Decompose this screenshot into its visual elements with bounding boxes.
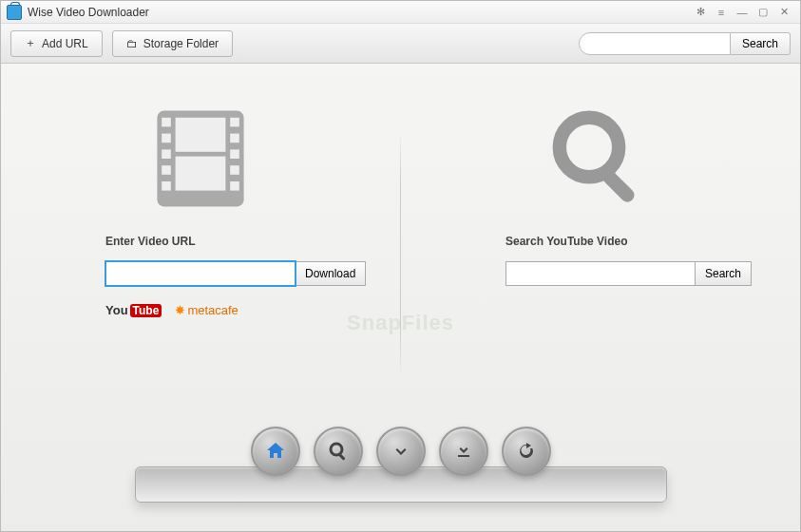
search-column: Search YouTube Video 🔍 Search xyxy=(401,102,800,406)
url-label: Enter Video URL xyxy=(105,235,195,248)
add-url-label: Add URL xyxy=(42,37,88,50)
app-title: Wise Video Downloader xyxy=(28,6,690,19)
svg-rect-10 xyxy=(230,149,239,159)
url-column: Enter Video URL ⊞ Download YouTube ✸meta… xyxy=(1,102,400,406)
top-search-button[interactable]: Search xyxy=(731,32,791,55)
plus-icon: ＋ xyxy=(25,35,36,51)
youtube-search-button[interactable]: Search xyxy=(696,261,752,286)
magnifier-icon xyxy=(544,102,658,216)
supported-sites: YouTube ✸metacafe xyxy=(105,303,238,317)
dock-refresh-button[interactable] xyxy=(502,427,551,476)
svg-point-15 xyxy=(331,444,342,455)
svg-rect-9 xyxy=(230,134,239,143)
svg-rect-6 xyxy=(162,165,171,175)
minimize-button[interactable]: — xyxy=(732,4,753,21)
download-button[interactable]: Download xyxy=(296,261,366,286)
svg-rect-4 xyxy=(162,134,171,143)
metacafe-logo: ✸metacafe xyxy=(175,303,238,317)
top-search: 🔍 Search xyxy=(579,32,791,55)
titlebar: Wise Video Downloader ✻ ≡ — ▢ ✕ xyxy=(1,1,800,24)
dock-download-queue-button[interactable] xyxy=(439,427,488,476)
svg-rect-17 xyxy=(458,455,469,457)
toolbar: ＋ Add URL 🗀 Storage Folder 🔍 Search xyxy=(1,24,800,64)
dock xyxy=(1,427,800,531)
app-icon xyxy=(7,5,22,20)
menu-icon[interactable]: ≡ xyxy=(711,4,732,21)
svg-rect-14 xyxy=(600,168,637,205)
folder-icon: 🗀 xyxy=(126,37,138,50)
storage-folder-label: Storage Folder xyxy=(143,37,219,50)
add-url-button[interactable]: ＋ Add URL xyxy=(10,30,103,57)
youtube-search-input[interactable] xyxy=(505,261,696,286)
svg-rect-16 xyxy=(337,453,345,461)
svg-rect-2 xyxy=(176,157,226,191)
svg-rect-8 xyxy=(230,118,239,127)
flame-icon: ✸ xyxy=(175,303,185,317)
svg-rect-3 xyxy=(162,118,171,127)
film-reel-icon xyxy=(143,102,257,216)
svg-rect-1 xyxy=(176,118,226,152)
content: SnapFiles Enter Video URL ⊞ Download You… xyxy=(1,64,800,531)
home-button[interactable] xyxy=(251,427,300,476)
settings-icon[interactable]: ✻ xyxy=(690,4,711,21)
svg-point-13 xyxy=(560,118,619,177)
url-input[interactable] xyxy=(105,261,296,286)
svg-rect-7 xyxy=(162,181,171,191)
close-button[interactable]: ✕ xyxy=(773,4,794,21)
top-search-input[interactable] xyxy=(579,32,731,55)
svg-rect-11 xyxy=(230,165,239,175)
dock-search-button[interactable] xyxy=(314,427,363,476)
dock-download-button[interactable] xyxy=(376,427,426,476)
storage-folder-button[interactable]: 🗀 Storage Folder xyxy=(112,30,233,57)
svg-rect-12 xyxy=(230,181,239,191)
svg-rect-5 xyxy=(162,149,171,159)
maximize-button[interactable]: ▢ xyxy=(753,4,773,21)
youtube-logo: YouTube xyxy=(105,303,162,317)
search-label: Search YouTube Video xyxy=(505,235,627,248)
